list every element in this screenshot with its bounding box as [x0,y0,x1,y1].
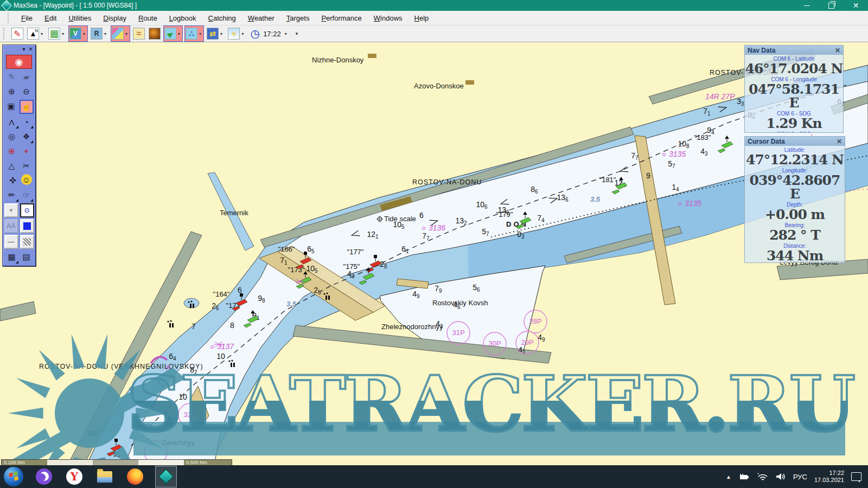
title-bar[interactable]: MaxSea - [Waypoint] - [ 1:5 000 [WGS84] … [0,0,868,11]
raster-chart-button[interactable]: R▾ [90,25,109,42]
photo-button[interactable]: ▤ [20,251,33,264]
menu-display[interactable]: Display [97,12,132,24]
clock-button[interactable]: ◷17:22▾ [248,25,290,42]
smiley-tool[interactable]: ☺ [21,174,32,185]
grid-icon: ▦ [48,28,60,40]
dropdown-arrow-icon[interactable]: ▾ [240,31,245,36]
firefox-icon [127,468,143,485]
draw-tool-button[interactable]: ✎ [10,25,24,42]
color-style-button[interactable] [20,219,34,233]
tray-chevron-icon[interactable]: ▲ [726,474,731,480]
menu-weather[interactable]: Weather [242,12,280,24]
target-tool[interactable]: ◎ [5,130,18,143]
compass-bearing-tool[interactable]: ◔ [20,115,33,129]
mob-button[interactable]: ◉ [6,55,32,69]
volume-icon[interactable] [775,472,786,481]
menu-utilities[interactable]: Utilities [62,12,97,24]
bathy-icon [149,28,161,40]
pan-hand-tool[interactable]: ☝ [20,100,34,114]
app-purple-browser[interactable] [34,466,54,487]
menu-windows[interactable]: Windows [368,12,409,24]
tray-clock[interactable]: 17:22 17.03.2021 [814,470,844,484]
app-maxsea[interactable] [155,466,177,487]
system-tray: ▲ * РУС 17:22 17.03.2021 [726,470,868,484]
buoy-label: "166" [278,245,295,253]
dropdown-arrow-icon[interactable]: ▾ [60,31,66,36]
chart-area[interactable]: Nizhne-DonskoyAzovo-DonskoeROSTOV-NA-DON… [0,42,868,465]
toolbar-overflow-icon[interactable]: ▾ [296,31,298,36]
clock-icon: ◷ [249,28,261,40]
cross-style-button[interactable]: + [4,203,18,217]
place-label: Nizhne-Donskoy [312,56,364,64]
dropdown-arrow-icon[interactable]: ▾ [197,31,203,36]
circle-style-button[interactable]: ⊙ [20,203,34,217]
app-firefox[interactable] [125,466,145,487]
link-points-tool[interactable]: ❖ [20,130,33,143]
menu-edit[interactable]: Edit [39,12,62,24]
polygon-add-tool[interactable]: △ [5,159,18,172]
app-file-explorer[interactable] [94,466,115,487]
divider-tool[interactable]: Λ [5,115,18,129]
menu-targets[interactable]: Targets [280,12,316,24]
north-indicator-button[interactable]: ▲▾ [26,25,46,42]
menu-file[interactable]: File [15,12,39,24]
zoom-out-tool[interactable]: ⊖ [20,85,33,98]
app-yandex-browser[interactable]: Y [64,466,85,487]
weather-display-button[interactable]: ☀▾ [227,25,246,42]
language-indicator[interactable]: РУС [793,473,807,481]
start-button[interactable] [3,466,24,487]
restore-button[interactable] [819,0,844,11]
purple-browser-icon [36,468,52,485]
menu-grip[interactable] [8,13,11,23]
close-button[interactable]: ✕ [844,0,868,11]
dropdown-arrow-icon[interactable]: ▾ [81,31,87,36]
anchorage-label: 28P [529,317,541,325]
minimize-button[interactable] [795,0,819,11]
own-ship-button[interactable]: ▶▾ [163,25,183,42]
dropdown-arrow-icon[interactable]: ▾ [283,31,289,36]
route-waypoints-button[interactable]: ∴▾ [184,25,204,42]
overview-map-tool[interactable]: ▣ [5,100,18,113]
scissors-tool[interactable]: ✂ [20,159,33,172]
wifi-icon[interactable]: * [757,473,768,481]
notification-icon[interactable] [851,472,861,481]
pencil-tool[interactable]: ✏ [5,189,18,202]
menu-help[interactable]: Help [409,12,435,24]
palette-menu-icon[interactable]: ▾ [23,46,25,52]
menu-logbook[interactable]: Logbook [163,12,202,24]
palette-title-bar[interactable]: ▾ ✕ [3,45,35,53]
menu-route[interactable]: Route [132,12,163,24]
calendar-button[interactable]: ▦ [5,251,18,264]
dropdown-arrow-icon[interactable]: ▾ [124,31,129,36]
line-style-button[interactable]: — [4,235,18,249]
nav-data-title: Nav Data [748,47,775,54]
nav-data-title-bar[interactable]: Nav Data ✕ [745,46,843,55]
nav-data-close-icon[interactable]: ✕ [835,47,840,54]
dropdown-arrow-icon[interactable]: ▾ [219,31,224,36]
bathy-shading-button[interactable] [148,25,162,42]
cursor-latitude-value: 47°12.2314 N [745,153,845,166]
cursor-data-close-icon[interactable]: ✕ [837,138,842,145]
vector-chart-button[interactable]: V▾ [68,25,88,42]
toolbar-grip[interactable] [3,28,7,40]
grid-button[interactable]: ▦▾ [47,25,67,42]
main-toolbar: ✎▲▾▦▾V▾R▾▾≈▶▾∴▾⇄▾☀▾◷17:22▾▾ [0,25,868,42]
palette-close-icon[interactable]: ✕ [29,46,33,52]
menu-catching[interactable]: Catching [202,12,242,24]
move-tool[interactable]: ✜ [7,174,20,187]
tide-list-button[interactable]: ⇄▾ [206,25,225,42]
cursor-data-title-bar[interactable]: Cursor Data ✕ [745,137,845,146]
battery-icon[interactable] [738,473,750,480]
hatch-style-button[interactable] [20,235,34,249]
menu-performance[interactable]: Performance [315,12,367,24]
pin-zoom-tool[interactable]: ⌖ [20,145,33,158]
dropdown-arrow-icon[interactable]: ▾ [103,31,108,36]
contour-lines-button[interactable]: ≈ [132,25,146,42]
nav-longitude-value: 047°58.1731 E [745,82,843,110]
dropdown-arrow-icon[interactable]: ▾ [39,31,44,36]
dropdown-arrow-icon[interactable]: ▾ [176,31,182,36]
zoom-in-tool[interactable]: ⊕ [5,85,18,98]
point-select-tool[interactable]: ☞ [20,189,33,202]
chart-layers-button[interactable]: ▾ [111,25,130,42]
mark-plus-tool[interactable]: ⊕ [5,145,18,158]
